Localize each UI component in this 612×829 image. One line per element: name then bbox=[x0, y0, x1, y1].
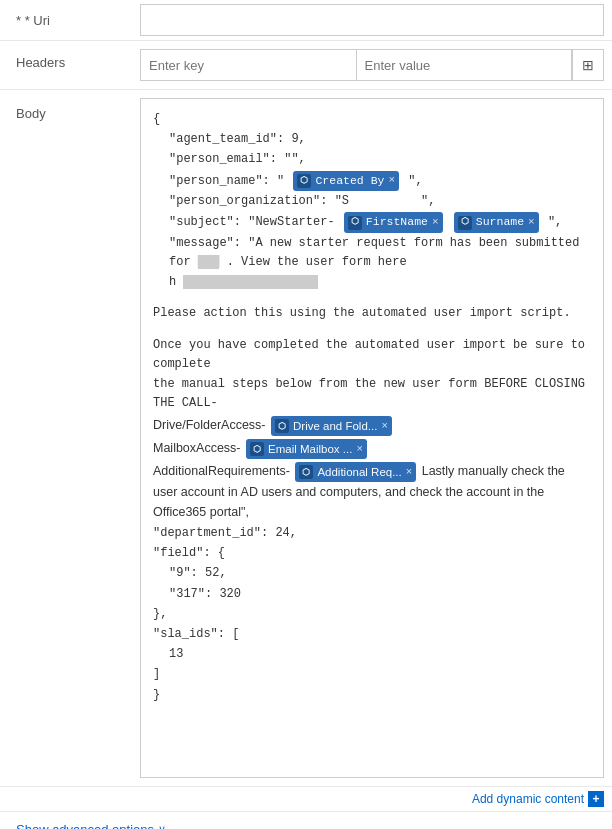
code-person-email: "person_email": "", bbox=[153, 150, 591, 169]
code-sla-close: ] bbox=[153, 665, 591, 684]
spacer1 bbox=[153, 293, 591, 303]
token-drive[interactable]: ⬡ Drive and Fold... × bbox=[271, 416, 392, 436]
code-sla-open: "sla_ids": [ bbox=[153, 625, 591, 644]
body-label: Body bbox=[0, 98, 140, 121]
token-close-mailbox[interactable]: × bbox=[356, 440, 362, 458]
code-field-9: "9": 52, bbox=[153, 564, 591, 583]
headers-label: Headers bbox=[0, 49, 140, 70]
code-field-open: "field": { bbox=[153, 544, 591, 563]
add-dynamic-row: Add dynamic content + bbox=[0, 787, 612, 812]
show-advanced-label: Show advanced options bbox=[16, 822, 154, 829]
token-additional[interactable]: ⬡ Additional Req... × bbox=[295, 462, 416, 482]
token-created-by[interactable]: ⬡ Created By × bbox=[293, 171, 399, 191]
token-close-created-by[interactable]: × bbox=[388, 172, 395, 190]
token-icon-additional: ⬡ bbox=[299, 465, 313, 479]
token-icon-fn: ⬡ bbox=[348, 216, 362, 230]
code-agent-team-id: "agent_team_id": 9, bbox=[153, 130, 591, 149]
uri-input[interactable] bbox=[140, 4, 604, 36]
para1: Please action this using the automated u… bbox=[153, 304, 591, 323]
uri-label-text: * Uri bbox=[25, 13, 50, 28]
header-action-button[interactable]: ⊞ bbox=[572, 49, 604, 81]
token-icon: ⬡ bbox=[297, 174, 311, 188]
additional-line: AdditionalRequirements- ⬡ Additional Req… bbox=[153, 461, 591, 522]
add-dynamic-label: Add dynamic content bbox=[472, 792, 584, 806]
token-first-name[interactable]: ⬡ FirstName × bbox=[344, 212, 443, 232]
token-close-surname[interactable]: × bbox=[528, 214, 535, 232]
code-person-name-line: "person_name": " ⬡ Created By × ", bbox=[153, 171, 591, 192]
token-icon-sn: ⬡ bbox=[458, 216, 472, 230]
body-field[interactable]: { "agent_team_id": 9, "person_email": ""… bbox=[140, 98, 604, 778]
required-marker: * bbox=[16, 13, 21, 28]
show-advanced-row[interactable]: Show advanced options ∨ bbox=[0, 812, 612, 829]
code-dept-id: "department_id": 24, bbox=[153, 524, 591, 543]
code-sla-13: 13 bbox=[153, 645, 591, 664]
token-close-drive[interactable]: × bbox=[381, 417, 387, 435]
token-icon-drive: ⬡ bbox=[275, 419, 289, 433]
para2-line2: the manual steps below from the new user… bbox=[153, 375, 591, 413]
body-row: Body { "agent_team_id": 9, "person_email… bbox=[0, 90, 612, 787]
para2-line1: Once you have completed the automated us… bbox=[153, 336, 591, 374]
chevron-down-icon: ∨ bbox=[158, 823, 166, 829]
token-close-firstname[interactable]: × bbox=[432, 214, 439, 232]
headers-field: ⊞ bbox=[140, 49, 604, 81]
code-subject-line: "subject": "NewStarter- ⬡ FirstName × ⬡ … bbox=[153, 212, 591, 233]
headers-row: Headers ⊞ bbox=[0, 41, 612, 90]
code-close-brace: } bbox=[153, 686, 591, 705]
code-open-brace: { bbox=[153, 110, 591, 129]
add-dynamic-icon: + bbox=[588, 791, 604, 807]
header-key-input[interactable] bbox=[140, 49, 356, 81]
table-icon: ⊞ bbox=[582, 57, 594, 73]
mailbox-line: MailboxAccess- ⬡ Email Mailbox ... × bbox=[153, 438, 591, 459]
code-message-line: "message": "A new starter request form h… bbox=[153, 234, 591, 272]
code-field-close: }, bbox=[153, 605, 591, 624]
code-url-line: h ████████████ bbox=[153, 273, 591, 292]
uri-row: * * Uri bbox=[0, 0, 612, 41]
token-icon-mailbox: ⬡ bbox=[250, 442, 264, 456]
drive-line: Drive/FolderAccess- ⬡ Drive and Fold... … bbox=[153, 415, 591, 436]
spacer2 bbox=[153, 325, 591, 335]
token-surname[interactable]: ⬡ Surname × bbox=[454, 212, 539, 232]
uri-label: * * Uri bbox=[0, 7, 140, 34]
token-close-additional[interactable]: × bbox=[406, 463, 412, 481]
add-dynamic-link[interactable]: Add dynamic content + bbox=[472, 791, 604, 807]
token-mailbox[interactable]: ⬡ Email Mailbox ... × bbox=[246, 439, 367, 459]
code-field-317: "317": 320 bbox=[153, 585, 591, 604]
code-person-org: "person_organization": "S ", bbox=[153, 192, 591, 211]
header-value-input[interactable] bbox=[356, 49, 573, 81]
